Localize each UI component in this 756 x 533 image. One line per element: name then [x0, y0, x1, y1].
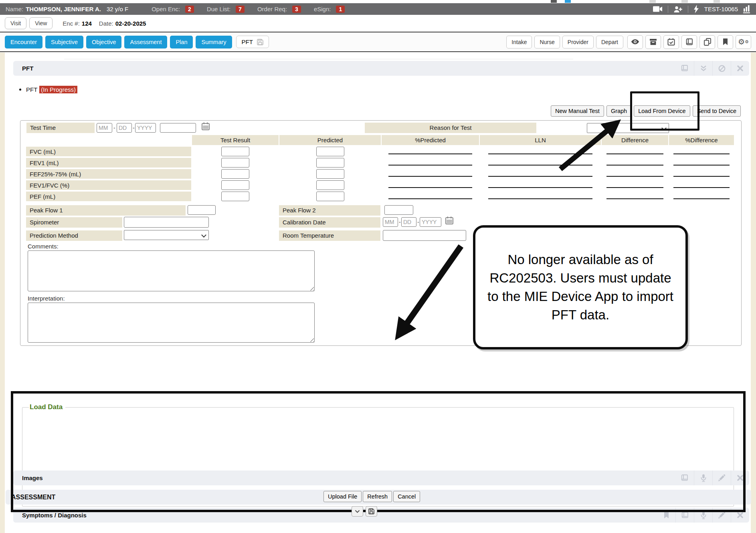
system-id: TEST-10065: [704, 6, 738, 12]
test-time-time-input[interactable]: [160, 123, 196, 133]
fef25-75-ml-percent-predicted-line: [388, 176, 472, 177]
view-button[interactable]: View: [29, 17, 53, 29]
edit-pencil-icon[interactable]: [712, 508, 731, 523]
column-header-predicted: Predicted: [279, 135, 381, 145]
close-icon[interactable]: [731, 61, 749, 76]
enc-label: Enc #:: [63, 20, 80, 27]
pft-action-buttons: New Manual TestGraphLoad From DeviceSend…: [551, 105, 741, 117]
calibration-mm-input[interactable]: [383, 217, 398, 227]
test-time-yyyy-input[interactable]: [135, 123, 156, 133]
fev1-ml-predicted-input[interactable]: [316, 158, 344, 168]
upload-file-button[interactable]: Upload File: [323, 491, 362, 502]
nav-tab-assessment[interactable]: Assessment: [124, 36, 167, 48]
eye-icon[interactable]: [627, 35, 643, 49]
nav-tab-encounter[interactable]: Encounter: [5, 36, 42, 48]
send-to-device-button[interactable]: Send to Device: [693, 105, 741, 117]
calibration-yyyy-input[interactable]: [420, 217, 441, 227]
bookmark-icon[interactable]: [657, 508, 675, 523]
column-header-difference: %Difference: [669, 135, 734, 145]
copy-icon[interactable]: [699, 35, 715, 49]
fev1-fvc-predicted-input[interactable]: [316, 180, 344, 190]
reason-for-test-select[interactable]: [587, 123, 669, 133]
journal-icon[interactable]: [675, 508, 694, 523]
provider-button[interactable]: Provider: [562, 36, 594, 48]
interpretation-textarea[interactable]: [28, 303, 314, 342]
fef25-75-ml-difference-line: [606, 176, 664, 177]
fev1-fvc-test-result-input[interactable]: [221, 180, 249, 190]
fvc-ml-lln-line: [488, 153, 592, 154]
fef25-75-ml-percent-difference-line: [673, 176, 729, 177]
load-from-device-button[interactable]: Load From Device: [634, 105, 690, 117]
tab-pft[interactable]: PFT: [236, 36, 269, 48]
microphone-icon[interactable]: [694, 470, 712, 485]
symptoms-section-title: Symptoms / Diagnosis: [13, 512, 87, 519]
pef-ml-test-result-input[interactable]: [221, 192, 249, 201]
fef25-75-ml-predicted-input[interactable]: [316, 169, 344, 179]
person-add-icon[interactable]: [673, 6, 683, 13]
spirometer-input[interactable]: [124, 217, 209, 228]
fvc-ml-test-result-input[interactable]: [221, 147, 249, 156]
journal-icon[interactable]: [675, 61, 694, 76]
pft-status-item[interactable]: PFT (In Progress): [19, 86, 77, 93]
counter-badge[interactable]: 2: [185, 6, 194, 13]
calendar-icon[interactable]: [202, 122, 210, 130]
fef25-75-ml-test-result-input[interactable]: [221, 169, 249, 179]
journal-icon[interactable]: [675, 470, 694, 485]
chevron-down-icon[interactable]: [352, 506, 363, 517]
intake-button[interactable]: Intake: [506, 36, 532, 48]
room-temperature-input[interactable]: [383, 230, 466, 241]
new-manual-test-button[interactable]: New Manual Test: [551, 105, 604, 117]
bookmark-icon[interactable]: [718, 35, 733, 49]
nav-tab-objective[interactable]: Objective: [86, 36, 121, 48]
peak-flow-2-input[interactable]: [384, 205, 413, 215]
calendar-icon[interactable]: [445, 216, 453, 224]
peak-flow-1-input[interactable]: [188, 205, 216, 215]
bar-chart-icon[interactable]: [743, 5, 750, 13]
counter-badge[interactable]: 3: [292, 6, 301, 13]
lightning-icon[interactable]: [693, 5, 699, 13]
refresh-button[interactable]: Refresh: [363, 491, 392, 502]
save-icon[interactable]: [366, 506, 377, 517]
cancel-button[interactable]: Cancel: [393, 491, 420, 502]
row-label-pef-ml: PEF (mL): [26, 192, 191, 201]
nav-tab-summary[interactable]: Summary: [196, 36, 232, 48]
archive-icon[interactable]: [645, 35, 661, 49]
prediction-method-select[interactable]: [124, 230, 209, 240]
video-camera-icon[interactable]: [653, 6, 663, 12]
microphone-icon[interactable]: [694, 508, 712, 523]
comments-label: Comments:: [28, 243, 59, 250]
fvc-ml-predicted-input[interactable]: [316, 147, 344, 156]
graph-button[interactable]: Graph: [606, 105, 631, 117]
nurse-button[interactable]: Nurse: [534, 36, 560, 48]
chevron-down-icon: [661, 125, 667, 131]
pef-ml-predicted-input[interactable]: [316, 192, 344, 201]
save-icon[interactable]: [257, 39, 263, 45]
page-margin-right: [751, 52, 756, 533]
nav-tab-plan[interactable]: Plan: [170, 36, 193, 48]
counter-badge[interactable]: 1: [336, 6, 345, 13]
collapse-double-chevron-icon[interactable]: [694, 61, 712, 76]
fev1-fvc-percent-difference-line: [673, 187, 729, 188]
depart-button[interactable]: Depart: [596, 36, 623, 48]
pef-ml-percent-difference-line: [673, 198, 729, 199]
test-time-dd-input[interactable]: [117, 123, 132, 133]
date-dash: -: [113, 125, 115, 131]
close-icon[interactable]: [731, 508, 749, 523]
pft-section-header: PFT: [13, 61, 749, 76]
counter-badge[interactable]: 7: [236, 6, 245, 13]
edit-pencil-icon[interactable]: [712, 470, 731, 485]
comments-textarea[interactable]: [28, 251, 314, 291]
prediction-method-label: Prediction Method: [26, 230, 122, 241]
symptoms-section-header: Symptoms / Diagnosis: [13, 508, 749, 523]
gear-icon[interactable]: ⚙⚙: [736, 35, 751, 49]
fev1-ml-test-result-input[interactable]: [221, 158, 249, 168]
divider: [688, 6, 688, 13]
nav-tab-subjective[interactable]: Subjective: [45, 36, 83, 48]
visit-button[interactable]: Visit: [5, 17, 26, 29]
calibration-dd-input[interactable]: [401, 217, 416, 227]
disable-circle-icon[interactable]: [712, 61, 731, 76]
test-time-mm-input[interactable]: [97, 123, 112, 133]
calendar-check-icon[interactable]: [663, 35, 679, 49]
close-icon[interactable]: [731, 470, 749, 485]
journal-icon[interactable]: [681, 35, 697, 49]
